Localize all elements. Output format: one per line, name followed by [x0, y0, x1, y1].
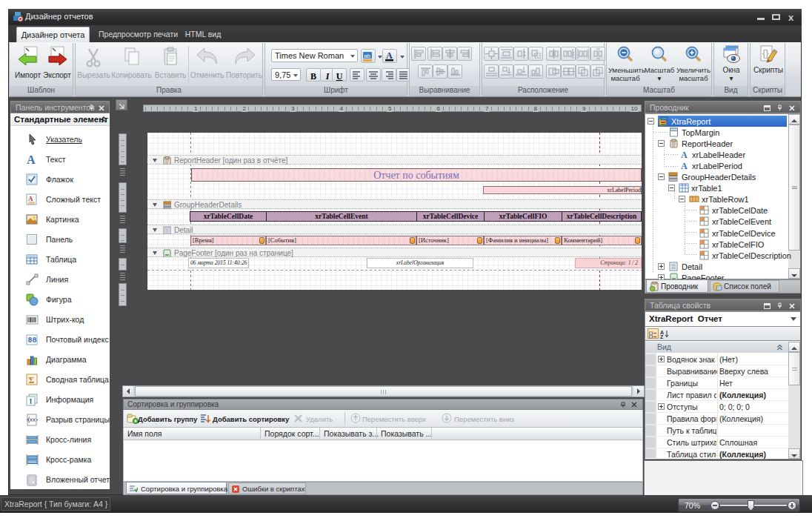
- svg-text:A: A: [386, 50, 393, 61]
- svg-text:A: A: [27, 153, 36, 166]
- svg-text:A: A: [681, 161, 688, 170]
- svg-text:88: 88: [28, 336, 37, 345]
- svg-text:ab: ab: [364, 53, 370, 59]
- svg-text:Z: Z: [660, 334, 664, 339]
- svg-text:A: A: [681, 150, 688, 159]
- svg-text:A: A: [28, 195, 33, 202]
- svg-text:{}: {}: [762, 47, 769, 59]
- svg-text:Σ: Σ: [29, 375, 35, 385]
